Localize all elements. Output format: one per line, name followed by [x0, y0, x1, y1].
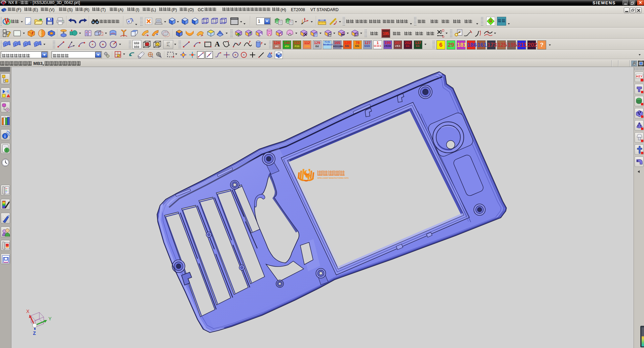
svg-text:Y: Y	[48, 316, 52, 321]
svg-text:X: X	[26, 309, 30, 314]
svg-text:KEY: KEY	[636, 75, 643, 78]
svg-text:Z: Z	[33, 330, 36, 336]
